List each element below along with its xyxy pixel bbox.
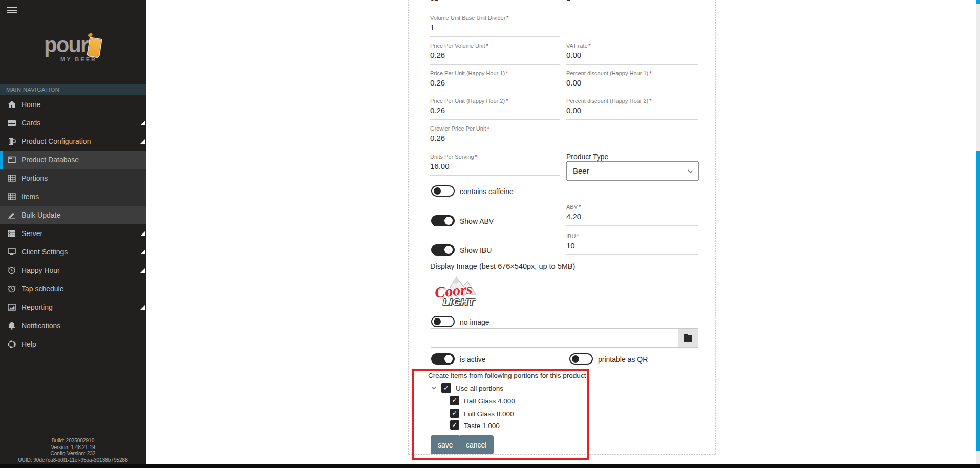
field-label: Price Per Unit (Happy Hour 1) [430, 70, 505, 76]
bell-icon [7, 321, 16, 330]
contains-caffeine-label: contains caffeine [460, 187, 514, 196]
field-value[interactable]: 0.26 [430, 106, 560, 115]
page: pour MY BEER MAIN NAVIGATION Home Cards … [0, 0, 980, 468]
chevron-down-icon [688, 168, 693, 173]
sidebar-item-items[interactable]: Items [0, 187, 146, 206]
card-icon [7, 118, 16, 127]
sidebar-item-cards[interactable]: Cards [0, 114, 146, 132]
sidebar-item-bulk-update[interactable]: Bulk Update [0, 206, 146, 224]
field-percent-discount-hh2: Percent discount (Happy Hour 2)* 0.00 [566, 98, 698, 120]
sidebar-item-help[interactable]: Help [0, 335, 146, 353]
show-ibu-label: Show IBU [460, 246, 492, 254]
sidebar-item-home[interactable]: Home [0, 95, 146, 114]
required-marker: * [649, 98, 651, 104]
use-all-portions-checkbox[interactable]: ✓ [441, 383, 451, 393]
monitor-icon [7, 247, 16, 257]
field-price-per-volume-unit: Price Per Volume Unit* 0.26 [430, 42, 560, 65]
table-grid-icon [7, 174, 16, 183]
field-percent-discount-hh1: Percent discount (Happy Hour 1)* 0.00 [566, 70, 698, 92]
save-button[interactable]: save [431, 435, 460, 454]
show-ibu-toggle[interactable] [431, 244, 455, 256]
portion-checkbox-taste[interactable]: ✓ [450, 420, 459, 430]
portion-checkbox-half-glass[interactable]: ✓ [450, 396, 459, 405]
product-type-label: Product Type [566, 153, 608, 161]
field-value[interactable]: 0.26 [430, 78, 560, 88]
field-label: Price Per Volume Unit [430, 42, 485, 49]
product-image-coors-light: Coors LIGHT [432, 275, 488, 309]
brand-name: pour [44, 33, 88, 57]
submenu-arrow-icon [140, 139, 145, 144]
required-marker: * [649, 70, 651, 76]
table-grid-icon [7, 192, 16, 201]
product-type-select[interactable]: Beer [566, 161, 699, 181]
sidebar-item-notifications[interactable]: Notifications [0, 316, 146, 335]
required-marker: * [506, 98, 508, 104]
nav-section-header: MAIN NAVIGATION [0, 84, 146, 95]
portion-checkbox-full-glass[interactable]: ✓ [450, 409, 459, 418]
printable-as-qr-toggle[interactable] [569, 353, 593, 365]
field-value[interactable]: 0.26 [430, 134, 560, 143]
cancel-button[interactable]: cancel [459, 435, 494, 454]
sidebar-item-tap-schedule[interactable]: Tap schedule [0, 280, 146, 298]
submenu-arrow-icon [140, 250, 145, 254]
field-price-per-unit-hh2: Price Per Unit (Happy Hour 2)* 0.26 [430, 98, 560, 120]
chart-report-icon [7, 303, 16, 312]
beer-mug-icon [7, 137, 16, 146]
folder-icon [684, 335, 692, 342]
scrollbar-track[interactable] [976, 0, 980, 468]
field-value[interactable]: 0.00 [566, 78, 698, 88]
window-icon [7, 155, 16, 164]
required-marker: * [486, 42, 488, 49]
check-icon: ✓ [443, 384, 449, 392]
field-label: Growler Price Per Unit [430, 125, 486, 132]
field-price-per-unit-hh1: Price Per Unit (Happy Hour 1)* 0.26 [430, 70, 560, 92]
image-path-input[interactable] [431, 329, 678, 347]
product-type-value: Beer [573, 166, 589, 175]
field-value[interactable]: 0.00 [566, 51, 698, 60]
field-value[interactable]: 4.20 [566, 212, 698, 221]
config-version-line: Config-Version: 232 [0, 451, 146, 457]
portions-box-title: Create items from following portions for… [428, 372, 586, 379]
field-label: Percent discount (Happy Hour 2) [566, 98, 648, 104]
contains-caffeine-toggle[interactable] [431, 185, 455, 197]
portion-label-taste: Taste 1.000 [464, 422, 500, 430]
field-base-unit-clipped: 1 [566, 0, 698, 7]
sidebar-item-product-database[interactable]: Product Database [0, 151, 146, 169]
portion-label-full-glass: Full Glass 8.000 [464, 410, 514, 418]
check-icon: ✓ [452, 396, 458, 404]
hamburger-menu-icon[interactable] [7, 7, 17, 14]
field-label: Percent discount (Happy Hour 1) [566, 70, 648, 76]
bottom-bar [0, 464, 980, 468]
field-value[interactable]: 0.00 [566, 106, 698, 115]
field-volume-unit-base-unit-divider: Volume Unit Base Unit Divider* 1 [430, 15, 560, 37]
field-units-per-serving: Units Per Serving* 16.00 [430, 154, 560, 176]
use-all-portions-label: Use all portions [456, 385, 503, 392]
sidebar-item-product-configuration[interactable]: Product Configuration [0, 132, 146, 151]
show-abv-toggle[interactable] [431, 215, 455, 226]
brand-tagline: MY BEER [60, 56, 97, 62]
field-value[interactable]: 10 [566, 241, 698, 250]
browse-file-button[interactable] [678, 329, 698, 347]
field-value[interactable]: 0.26 [430, 51, 560, 60]
field-value[interactable]: oz [430, 0, 560, 3]
is-active-toggle[interactable] [431, 353, 455, 365]
sidebar-item-happy-hour[interactable]: Happy Hour [0, 261, 146, 280]
scrollbar-thumb[interactable] [976, 151, 980, 451]
sidebar-item-reporting[interactable]: Reporting [0, 298, 146, 316]
required-marker: * [487, 125, 489, 132]
field-label: VAT rate [566, 42, 588, 49]
is-active-label: is active [460, 355, 486, 364]
field-value[interactable]: 1 [566, 0, 698, 3]
sidebar-item-server[interactable]: Server [0, 224, 146, 243]
sidebar-item-client-settings[interactable]: Client Settings [0, 243, 146, 261]
field-label: ABV [566, 204, 578, 210]
field-value[interactable]: 16.00 [430, 162, 560, 171]
sidebar-item-portions[interactable]: Portions [0, 169, 146, 187]
field-volume-unit-clipped: oz [430, 0, 560, 7]
no-image-toggle[interactable] [431, 316, 455, 327]
field-value[interactable]: 1 [430, 23, 560, 32]
light-wordmark: LIGHT [443, 296, 475, 308]
beer-glass-icon [87, 37, 102, 58]
field-abv: ABV* 4.20 [566, 204, 698, 226]
required-marker: * [577, 233, 579, 239]
